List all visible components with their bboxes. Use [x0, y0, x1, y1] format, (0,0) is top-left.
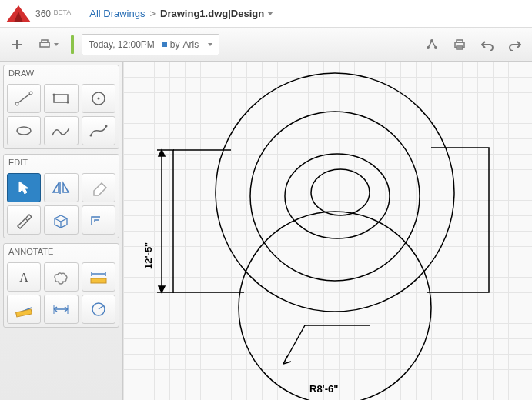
circle-tool[interactable]: [82, 84, 115, 113]
line-tool[interactable]: [7, 84, 41, 113]
spline-tool[interactable]: [82, 116, 115, 145]
draw-palette-title: DRAW: [4, 65, 119, 81]
rectangle-tool[interactable]: [44, 84, 78, 113]
svg-point-31: [216, 73, 454, 312]
drawing-canvas[interactable]: 12'-5" R8'-6": [123, 62, 532, 400]
share-button[interactable]: [421, 34, 443, 55]
svg-rect-1: [42, 40, 48, 42]
radius-dimension-tool[interactable]: [82, 295, 115, 324]
breadcrumb-separator: >: [149, 8, 156, 19]
svg-point-34: [311, 169, 370, 215]
cloud-tool[interactable]: [44, 262, 78, 292]
select-tool[interactable]: [7, 173, 41, 202]
linear-dimension-tool[interactable]: [82, 262, 115, 292]
svg-point-19: [105, 125, 107, 128]
print-menu-button[interactable]: [34, 34, 63, 55]
brand-beta: BETA: [53, 8, 71, 16]
svg-point-12: [53, 94, 55, 96]
breadcrumb-mode[interactable]: Design: [231, 8, 264, 19]
draw-palette: DRAW: [3, 65, 119, 149]
brand-number: 360: [35, 8, 51, 19]
svg-point-32: [250, 112, 420, 281]
drawing-content: [123, 62, 532, 400]
print-button[interactable]: [449, 34, 470, 55]
vertical-dimension-label: 12'-5": [142, 242, 154, 269]
svg-rect-25: [16, 309, 32, 317]
revision-author: by Aris: [162, 39, 199, 50]
tool-sidebar: DRAW EDIT ANNOTATE: [0, 62, 123, 400]
chevron-down-icon[interactable]: [208, 43, 212, 46]
main-toolbar: Today, 12:00PM by Aris: [0, 28, 532, 62]
svg-point-16: [102, 94, 104, 95]
undo-button[interactable]: [477, 34, 498, 55]
add-button[interactable]: [6, 34, 28, 55]
annotate-palette-title: ANNOTATE: [4, 244, 119, 259]
edit-palette-title: EDIT: [4, 155, 119, 170]
app-logo: [3, 2, 34, 25]
svg-line-30: [99, 305, 104, 309]
svg-point-15: [97, 98, 99, 100]
mirror-tool[interactable]: [44, 173, 78, 202]
aligned-dimension-tool[interactable]: [7, 295, 41, 324]
revision-timestamp: Today, 12:00PM: [89, 39, 155, 50]
freehand-tool[interactable]: [44, 116, 78, 145]
svg-rect-11: [54, 95, 68, 102]
svg-line-10: [18, 94, 30, 103]
author-name: Aris: [183, 39, 199, 50]
breadcrumb: All Drawings > Drawing1.dwg | Design: [89, 8, 273, 19]
redo-button[interactable]: [504, 34, 526, 55]
svg-rect-6: [457, 40, 463, 42]
svg-point-4: [434, 46, 437, 49]
breadcrumb-root-link[interactable]: All Drawings: [89, 8, 145, 19]
svg-point-17: [17, 127, 31, 135]
svg-point-2: [430, 39, 433, 42]
chevron-down-icon[interactable]: [267, 12, 273, 15]
radius-dimension-label: R8'-6": [309, 383, 338, 395]
annotate-palette: ANNOTATE A: [3, 243, 119, 328]
ellipse-tool[interactable]: [7, 116, 41, 145]
edit-palette: EDIT: [3, 154, 119, 238]
svg-rect-24: [91, 278, 106, 283]
author-prefix: by: [170, 39, 180, 50]
breadcrumb-file: Drawing1.dwg: [160, 8, 228, 19]
erase-tool[interactable]: [82, 173, 115, 202]
svg-rect-0: [40, 42, 49, 47]
text-tool[interactable]: A: [7, 262, 41, 292]
revision-status[interactable]: Today, 12:00PM by Aris: [82, 34, 219, 55]
workspace: DRAW EDIT ANNOTATE: [0, 62, 532, 400]
offset-tool[interactable]: [82, 205, 115, 235]
svg-point-18: [89, 135, 92, 137]
horizontal-dimension-tool[interactable]: [44, 295, 78, 324]
box-tool[interactable]: [44, 205, 78, 235]
svg-point-35: [239, 212, 431, 400]
author-color-dot: [162, 42, 167, 47]
eyedropper-tool[interactable]: [7, 205, 41, 235]
brand-text: 360 BETA: [35, 8, 71, 19]
toolbar-divider: [71, 35, 74, 54]
app-header: 360 BETA All Drawings > Drawing1.dwg | D…: [0, 0, 532, 28]
svg-point-33: [285, 154, 390, 238]
chevron-down-icon: [54, 43, 59, 46]
svg-point-3: [427, 46, 430, 49]
svg-point-13: [67, 102, 69, 104]
svg-text:A: A: [19, 271, 28, 284]
